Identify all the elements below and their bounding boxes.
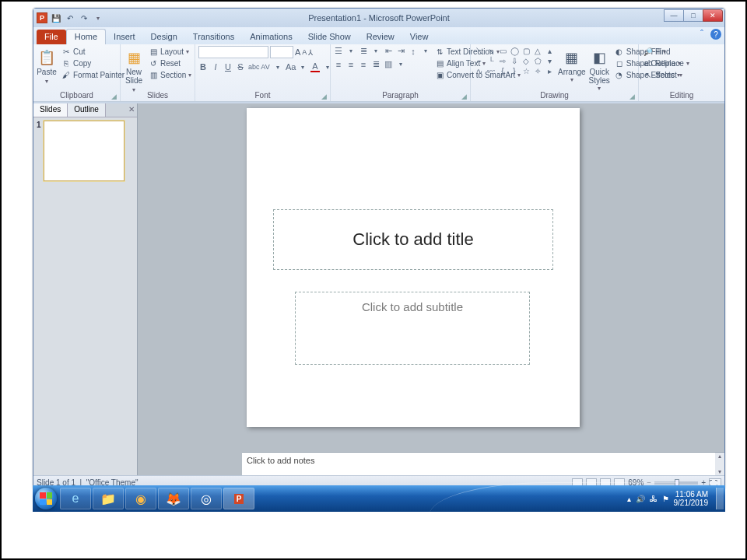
minimize-ribbon-icon[interactable]: ˆ [696,29,707,40]
select-button[interactable]: ↖Select ▾ [642,69,691,80]
line-shape-icon[interactable]: ＼ [474,46,485,55]
notes-pane[interactable]: Click to add notes ▴▾ [242,452,724,475]
clear-formatting-icon[interactable]: ⅄ [308,48,313,57]
scroll-down-icon[interactable]: ▾ [718,468,721,475]
down-arrow-shape-icon[interactable]: ⇩ [509,56,520,65]
shapes-gallery[interactable]: ＼↘▭◯▢△▴ ⌐└⇨⇩◇⬠▾ ∿〰{}☆✧▸ [474,46,555,75]
star-shape-icon[interactable]: ⬠ [532,56,543,65]
quick-styles-button[interactable]: ◧ Quick Styles▾ [589,46,610,92]
close-button[interactable]: ✕ [703,9,723,22]
brace-open-icon[interactable]: { [497,66,508,75]
triangle-shape-icon[interactable]: △ [532,46,543,55]
rect-shape-icon[interactable]: ▭ [497,46,508,55]
underline-button[interactable]: U [223,62,233,72]
find-button[interactable]: 🔎Find [642,46,691,57]
oval-shape-icon[interactable]: ◯ [509,46,520,55]
grow-font-icon[interactable]: A [295,47,300,57]
taskbar-powerpoint-button[interactable]: P [223,488,254,509]
flag-icon[interactable]: ⚑ [662,495,669,503]
notes-scrollbar[interactable]: ▴▾ [715,453,724,475]
curve-shape-icon[interactable]: ∿ [474,66,485,75]
show-desktop-button[interactable] [716,488,724,509]
slide[interactable]: Click to add title Click to add subtitle [247,108,580,427]
taskbar-ie-button[interactable]: e [60,488,91,509]
drawing-dialog-launcher-icon[interactable]: ◢ [630,93,635,100]
taskbar-explorer-button[interactable]: 📁 [93,488,124,509]
elbow2-shape-icon[interactable]: └ [486,56,496,65]
scroll-up-icon[interactable]: ▴ [718,453,721,460]
start-button[interactable] [33,485,59,512]
italic-button[interactable]: I [211,62,220,72]
action-shape-icon[interactable]: ✧ [532,66,543,75]
more-shapes-icon[interactable]: ▸ [544,66,555,75]
freeform-shape-icon[interactable]: 〰 [486,66,496,75]
bold-button[interactable]: B [198,62,208,72]
scroll-down-icon[interactable]: ▾ [544,56,555,65]
decrease-indent-icon[interactable]: ⇤ [384,46,393,56]
copy-button[interactable]: ⎘Copy [60,58,126,68]
tab-transitions[interactable]: Transitions [185,30,242,44]
align-right-icon[interactable]: ≡ [359,60,368,69]
slide-canvas-area[interactable]: Click to add title Click to add subtitle… [138,103,724,475]
numbering-icon[interactable]: ≣ [359,46,368,56]
shrink-font-icon[interactable]: A [302,48,307,56]
volume-icon[interactable]: 🔊 [636,495,645,503]
network-icon[interactable]: 🖧 [650,495,658,503]
font-name-input[interactable] [198,46,268,58]
minimize-button[interactable]: — [664,9,684,22]
section-button[interactable]: ▥Section ▾ [147,69,193,80]
tab-home[interactable]: Home [66,29,106,44]
tab-slideshow[interactable]: Slide Show [300,30,359,44]
outline-tab[interactable]: Outline [68,103,106,117]
tab-file[interactable]: File [37,30,66,44]
undo-icon[interactable]: ↶ [65,12,75,23]
tab-animations[interactable]: Animations [242,30,300,44]
change-case-button[interactable]: Aa [286,62,295,72]
new-slide-button[interactable]: ▦ New Slide ▾ [124,46,144,94]
taskbar-firefox-button[interactable]: 🦊 [158,488,189,509]
font-size-input[interactable] [270,46,293,58]
replace-button[interactable]: abReplace ▾ [642,58,691,68]
arrange-button[interactable]: ▦ Arrange▾ [558,46,586,83]
char-spacing-button[interactable]: AV [261,63,270,71]
layout-button[interactable]: ▤Layout ▾ [147,46,193,57]
taskbar-chrome-button[interactable]: ◎ [191,488,222,509]
scroll-up-icon[interactable]: ▴ [544,46,555,55]
redo-icon[interactable]: ↷ [79,12,89,23]
font-dialog-launcher-icon[interactable]: ◢ [321,93,327,100]
show-hidden-icons[interactable]: ▴ [627,495,631,503]
align-left-icon[interactable]: ≡ [334,60,343,69]
arrow-shape-icon[interactable]: ↘ [486,46,496,55]
star5-shape-icon[interactable]: ☆ [521,66,531,75]
line-spacing-icon[interactable]: ↕ [409,47,418,56]
callout-shape-icon[interactable]: ◇ [521,56,531,65]
columns-icon[interactable]: ▥ [384,59,393,69]
slide-thumbnail[interactable]: 1 [37,121,134,181]
paragraph-dialog-launcher-icon[interactable]: ◢ [461,93,467,100]
increase-indent-icon[interactable]: ⇥ [396,46,405,56]
taskbar-media-button[interactable]: ◉ [125,488,156,509]
reset-button[interactable]: ↺Reset [147,58,193,68]
rounded-rect-shape-icon[interactable]: ▢ [521,46,531,55]
close-pane-icon[interactable]: ✕ [128,105,135,114]
cut-button[interactable]: ✂Cut [60,46,126,57]
elbow-shape-icon[interactable]: ⌐ [474,56,485,65]
tab-review[interactable]: Review [359,30,402,44]
maximize-button[interactable]: □ [683,9,703,22]
save-icon[interactable]: 💾 [51,12,61,23]
zoom-slider[interactable] [654,481,698,485]
brace-close-icon[interactable]: } [509,66,520,75]
right-arrow-shape-icon[interactable]: ⇨ [497,56,508,65]
tab-insert[interactable]: Insert [106,30,143,44]
bullets-icon[interactable]: ☰ [334,46,343,56]
slides-tab[interactable]: Slides [33,103,68,117]
shadow-button[interactable]: abc [248,63,258,71]
paste-button[interactable]: 📋 Paste▾ [37,46,57,86]
justify-icon[interactable]: ≣ [371,59,381,69]
title-placeholder[interactable]: Click to add title [273,209,553,270]
align-center-icon[interactable]: ≡ [346,60,356,69]
qat-customize-icon[interactable]: ▾ [93,12,103,23]
strike-button[interactable]: S [236,62,245,72]
format-painter-button[interactable]: 🖌Format Painter [60,69,126,80]
subtitle-placeholder[interactable]: Click to add subtitle [295,292,530,365]
